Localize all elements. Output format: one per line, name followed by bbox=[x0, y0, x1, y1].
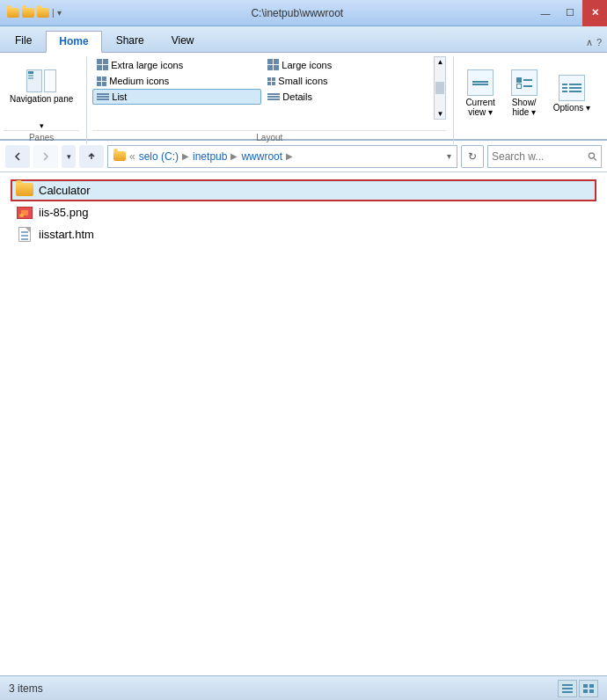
layout-section-label: Layout bbox=[92, 130, 446, 144]
window-title: C:\inetpub\wwwroot bbox=[62, 7, 533, 19]
extra-large-icon bbox=[97, 59, 108, 70]
tab-view[interactable]: View bbox=[158, 30, 208, 52]
layout-scrollbar-thumb bbox=[435, 82, 444, 94]
layout-scroll-up[interactable]: ▲ bbox=[435, 58, 444, 66]
tab-home[interactable]: Home bbox=[46, 31, 101, 53]
title-bar-quick-access: | ▾ bbox=[7, 8, 62, 18]
svg-rect-6 bbox=[589, 684, 594, 688]
panes-dropdown-arrow[interactable]: ▾ bbox=[40, 121, 44, 130]
window-controls: — ☐ ✕ bbox=[533, 0, 607, 26]
breadcrumb-sep-1: « bbox=[129, 150, 135, 163]
image-icon-iis85 bbox=[16, 205, 33, 220]
extra-large-icons-btn[interactable]: Extra large icons bbox=[92, 56, 261, 73]
show-hide-label: Show/hide ▾ bbox=[512, 98, 537, 117]
minimize-button[interactable]: — bbox=[533, 0, 558, 26]
file-name-iis85: iis-85.png bbox=[39, 206, 88, 219]
title-bar: | ▾ C:\inetpub\wwwroot — ☐ ✕ bbox=[0, 0, 607, 26]
svg-rect-5 bbox=[583, 684, 588, 688]
svg-rect-8 bbox=[589, 689, 594, 693]
navigation-pane-button[interactable]: Navigation pane bbox=[4, 56, 79, 118]
medium-icons-btn[interactable]: Medium icons bbox=[92, 73, 261, 89]
panes-section-label: Panes bbox=[4, 130, 79, 144]
file-name-iisstart: iisstart.htm bbox=[39, 228, 94, 241]
svg-point-0 bbox=[589, 152, 595, 157]
search-icon bbox=[588, 151, 597, 162]
refresh-button[interactable]: ↻ bbox=[461, 145, 484, 168]
forward-button[interactable] bbox=[33, 145, 58, 168]
svg-rect-2 bbox=[562, 684, 573, 686]
navigation-pane-label: Navigation pane bbox=[10, 94, 73, 105]
search-input[interactable] bbox=[492, 150, 586, 163]
show-hide-icon bbox=[511, 69, 538, 96]
file-pane: Calculator iis-85.png bbox=[0, 172, 607, 675]
breadcrumb-chevron-3: ▶ bbox=[286, 151, 293, 161]
folder-icon-calculator bbox=[16, 183, 33, 198]
file-item-calculator[interactable]: Calculator bbox=[11, 179, 596, 201]
ribbon: Navigation pane ▾ Panes bbox=[0, 53, 607, 141]
details-icon bbox=[267, 93, 280, 100]
address-dropdown-btn[interactable]: ▾ bbox=[447, 151, 451, 161]
layout-scroll-down[interactable]: ▼ bbox=[435, 110, 444, 118]
options-button[interactable]: Options ▾ bbox=[547, 62, 596, 124]
tiles-view-icon bbox=[582, 683, 595, 694]
svg-rect-4 bbox=[562, 691, 573, 693]
current-view-button[interactable]: Currentview ▾ bbox=[459, 62, 501, 124]
list-btn[interactable]: List bbox=[92, 89, 261, 105]
file-item-iisstart[interactable]: iisstart.htm bbox=[11, 223, 596, 245]
status-bar: 3 items bbox=[0, 675, 607, 700]
ribbon-tabs: File Home Share View ∧ ? bbox=[0, 26, 607, 53]
svg-rect-3 bbox=[562, 688, 573, 689]
address-folder-icon bbox=[113, 151, 126, 161]
file-item-iis85[interactable]: iis-85.png bbox=[11, 201, 596, 223]
file-pane-container: Calculator iis-85.png bbox=[0, 172, 607, 675]
small-icon bbox=[267, 77, 275, 85]
back-button[interactable] bbox=[5, 145, 30, 168]
small-icons-btn[interactable]: Small icons bbox=[263, 73, 432, 89]
html-icon-iisstart bbox=[16, 227, 33, 242]
options-icon bbox=[559, 75, 585, 101]
breadcrumb-chevron-1: ▶ bbox=[182, 151, 189, 161]
current-view-icon bbox=[467, 69, 494, 96]
svg-line-1 bbox=[594, 157, 596, 160]
svg-rect-7 bbox=[583, 689, 588, 693]
current-view-label: Currentview ▾ bbox=[465, 98, 494, 117]
tab-share[interactable]: Share bbox=[103, 30, 157, 52]
details-btn[interactable]: Details bbox=[263, 89, 432, 105]
details-view-icon bbox=[561, 683, 574, 694]
item-count: 3 items bbox=[9, 682, 43, 695]
ribbon-section-layout: Extra large icons Medium icons bbox=[92, 56, 454, 144]
breadcrumb-drive[interactable]: selo (C:) bbox=[139, 150, 179, 163]
large-icon bbox=[267, 59, 279, 70]
view-toggle-tiles[interactable] bbox=[579, 680, 598, 697]
ribbon-section-panes: Navigation pane ▾ Panes bbox=[4, 56, 87, 144]
close-button[interactable]: ✕ bbox=[582, 0, 607, 26]
ribbon-section-view: Currentview ▾ bbox=[459, 56, 600, 144]
medium-icon bbox=[97, 77, 106, 86]
maximize-button[interactable]: ☐ bbox=[558, 0, 582, 26]
view-toggle-details[interactable] bbox=[558, 680, 577, 697]
search-box[interactable] bbox=[487, 145, 602, 168]
address-bar[interactable]: « selo (C:) ▶ inetpub ▶ wwwroot ▶ ▾ bbox=[107, 145, 457, 168]
dropdown-recent-button[interactable]: ▾ bbox=[62, 145, 76, 168]
breadcrumb-chevron-2: ▶ bbox=[230, 151, 238, 161]
file-name-calculator: Calculator bbox=[39, 184, 91, 197]
view-toggle-buttons bbox=[558, 680, 598, 697]
ribbon-collapse-btn[interactable]: ∧ bbox=[586, 37, 593, 48]
up-button[interactable] bbox=[79, 145, 104, 168]
navigation-bar: ▾ « selo (C:) ▶ inetpub ▶ wwwroot ▶ ▾ ↻ bbox=[0, 141, 607, 172]
options-label: Options ▾ bbox=[553, 103, 590, 113]
ribbon-help-btn[interactable]: ? bbox=[596, 37, 602, 48]
large-icons-btn[interactable]: Large icons bbox=[263, 56, 432, 73]
breadcrumb-wwwroot[interactable]: wwwroot bbox=[241, 150, 282, 163]
list-icon bbox=[97, 93, 109, 100]
breadcrumb-inetpub[interactable]: inetpub bbox=[193, 150, 227, 163]
show-hide-button[interactable]: Show/hide ▾ bbox=[505, 62, 544, 124]
tab-file[interactable]: File bbox=[2, 30, 45, 52]
